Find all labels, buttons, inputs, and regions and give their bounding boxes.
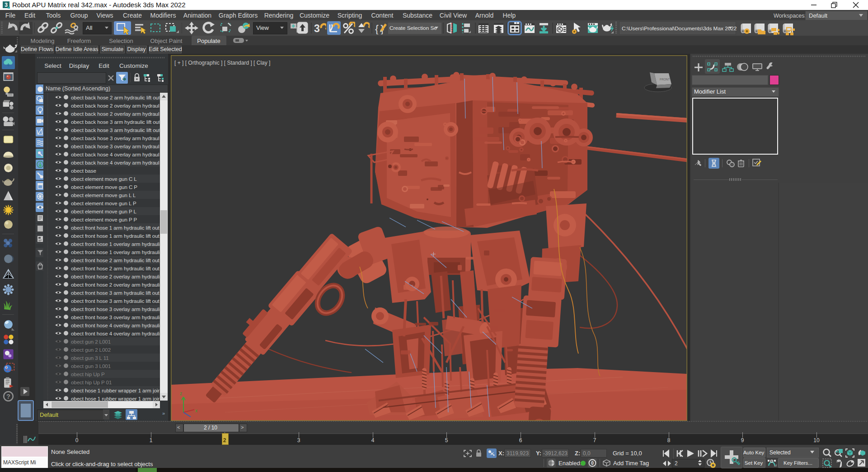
svg-text:x: x [195, 408, 197, 413]
svg-text:FRONT: FRONT [660, 78, 670, 81]
svg-text:{: { [375, 23, 379, 34]
svg-text:[ + ] [ Orthographic ] [ Stand: [ + ] [ Orthographic ] [ Standard ] [ Cl… [174, 60, 270, 66]
svg-text:z: z [180, 391, 182, 396]
svg-text:3: 3 [5, 2, 8, 8]
svg-text:0: 0 [591, 461, 594, 466]
svg-text:3: 3 [314, 23, 320, 34]
svg-text:?: ? [6, 393, 10, 400]
